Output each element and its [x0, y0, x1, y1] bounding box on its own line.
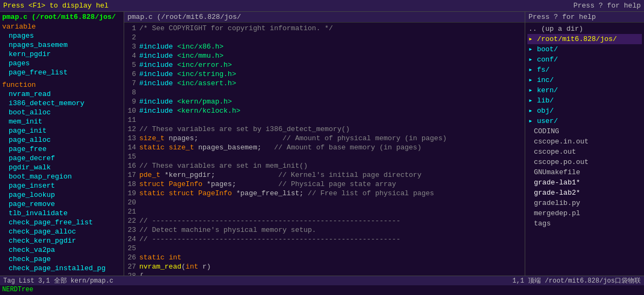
code-line: 21 [124, 207, 525, 216]
tag-check-page-installed[interactable]: check_page_installed_pg [0, 264, 124, 273]
code-line: 1 /* See COPYRIGHT for copyright informa… [124, 24, 525, 33]
file-item-obj[interactable]: obj/ [527, 106, 642, 116]
code-line: 6 #include <inc/string.h> [124, 70, 525, 79]
code-line: 16 // These variables are set in mem_ini… [124, 161, 525, 170]
tag-page-insert[interactable]: page_insert [0, 181, 124, 190]
file-item-gradelib[interactable]: gradelib.py [527, 198, 642, 208]
code-line: 20 [124, 198, 525, 207]
tag-nvram-read[interactable]: nvram_read [0, 90, 124, 99]
code-line: 13 size_t npages; // Amount of physical … [124, 134, 525, 143]
tag-pgdir-walk[interactable]: pgdir_walk [0, 163, 124, 172]
code-line: 14 static size_t npages_basemem; // Amou… [124, 143, 525, 152]
code-line: 19 static struct PageInfo *page_free_lis… [124, 189, 525, 198]
file-item-mergedep[interactable]: mergedep.pl [527, 208, 642, 218]
code-line: 26 static int [124, 253, 525, 262]
file-item-conf[interactable]: conf/ [527, 54, 642, 65]
code-line: 7 #include <inc/assert.h> [124, 79, 525, 88]
code-line: 12 // These variables are set by i386_de… [124, 125, 525, 134]
file-item-cscope-po[interactable]: cscope.po.out [527, 157, 642, 167]
code-line: 23 // Detect machine's physical memory s… [124, 225, 525, 235]
file-item-cscope-out[interactable]: cscope.out [527, 147, 642, 157]
tag-boot-alloc[interactable]: boot_alloc [0, 108, 124, 117]
tag-page-free[interactable]: page_free [0, 145, 124, 154]
tag-npages-basemem[interactable]: npages_basemem [0, 40, 124, 50]
tag-mem-init[interactable]: mem_init [0, 117, 124, 126]
code-line: 5 #include <inc/error.h> [124, 60, 525, 70]
status-bar: Tag List 3,1 全部 kern/pmap.c 1,1 顶端 /root… [0, 276, 644, 285]
tag-check-va2pa[interactable]: check_va2pa [0, 245, 124, 255]
right-panel: Press ? for help .. (up a dir) /root/mit… [525, 12, 644, 276]
file-item-fs[interactable]: fs/ [527, 65, 642, 75]
file-item-lib[interactable]: lib/ [527, 95, 642, 106]
code-line: 11 [124, 115, 525, 125]
tag-page-remove[interactable]: page_remove [0, 200, 124, 209]
file-item-grade-lab2[interactable]: grade-lab2* [527, 188, 642, 198]
tag-page-init[interactable]: page_init [0, 126, 124, 135]
variable-section: variable [0, 22, 124, 31]
file-breadcrumb: pmap.c (/root/mit6.828/jos/ [0, 12, 124, 22]
file-item-boot[interactable]: boot/ [527, 44, 642, 54]
tag-boot-map-region[interactable]: boot_map_region [0, 172, 124, 181]
right-panel-header: Press ? for help [525, 12, 644, 23]
code-line: 27 nvram_read(int r) [124, 262, 525, 271]
file-item-user[interactable]: user/ [527, 116, 642, 126]
left-panel: pmap.c (/root/mit6.828/jos/ variable npa… [0, 12, 124, 276]
tag-i386-detect-memory[interactable]: i386_detect_memory [0, 99, 124, 108]
code-editor: pmap.c (/root/mit6.828/jos/ 1 /* See COP… [124, 12, 525, 276]
tag-page-free-list[interactable]: page_free_list [0, 68, 124, 77]
tag-tlb-invalidate[interactable]: tlb_invalidate [0, 209, 124, 218]
code-line: 2 [124, 33, 525, 42]
bottom-label: NERDTree [0, 285, 644, 295]
status-left: Tag List 3,1 全部 kern/pmap.c [3, 276, 113, 285]
code-area[interactable]: 1 /* See COPYRIGHT for copyright informa… [124, 23, 525, 276]
tag-check-page-alloc[interactable]: check_page_alloc [0, 227, 124, 236]
code-line: 18 struct PageInfo *pages; // Physical p… [124, 180, 525, 189]
file-item-coding[interactable]: CODING [527, 126, 642, 136]
code-line: 10 #include <kern/kclock.h> [124, 106, 525, 115]
code-line: 3 #include <inc/x86.h> [124, 42, 525, 51]
file-item-gnumakefile[interactable]: GNUmakefile [527, 167, 642, 177]
status-right: 1,1 顶端 /root/mit6.828/jos口袋物联 [512, 276, 641, 285]
code-line: 15 [124, 152, 525, 161]
tag-check-page-free-list[interactable]: check_page_free_list [0, 218, 124, 227]
file-current-dir[interactable]: /root/mit6.828/jos/ [527, 34, 642, 44]
tag-kern-pgdir[interactable]: kern_pgdir [0, 50, 124, 59]
file-item-cscope-in[interactable]: cscope.in.out [527, 136, 642, 147]
tag-page-lookup[interactable]: page_lookup [0, 190, 124, 200]
file-list: .. (up a dir) /root/mit6.828/jos/ boot/ … [525, 23, 644, 276]
code-line: 8 [124, 88, 525, 97]
tag-npages[interactable]: npages [0, 31, 124, 40]
tag-page-decref[interactable]: page_decref [0, 154, 124, 163]
tag-check-kern-pgdir[interactable]: check_kern_pgdir [0, 236, 124, 245]
code-line: 9 #include <kern/pmap.h> [124, 97, 525, 106]
file-item-inc[interactable]: inc/ [527, 75, 642, 85]
code-tab: pmap.c (/root/mit6.828/jos/ [124, 12, 525, 23]
top-bar-left: Press <F1> to display hel [3, 2, 573, 10]
top-bar-right: Press ? for help [573, 2, 641, 10]
file-item-kern[interactable]: kern/ [527, 85, 642, 95]
code-line: 17 pde_t *kern_pgdir; // Kernel's initia… [124, 170, 525, 180]
code-line: 25 [124, 244, 525, 253]
file-item-tags[interactable]: tags [527, 218, 642, 229]
file-parent-dir[interactable]: .. (up a dir) [527, 24, 642, 34]
tag-page-alloc[interactable]: page_alloc [0, 135, 124, 145]
code-line: 4 #include <inc/mmu.h> [124, 51, 525, 60]
code-line: 28 { [124, 271, 525, 276]
tag-check-page[interactable]: check_page [0, 255, 124, 264]
code-line: 24 // ----------------------------------… [124, 235, 525, 244]
function-section: function [0, 80, 124, 90]
code-line: 22 // ----------------------------------… [124, 216, 525, 225]
file-item-grade-lab1[interactable]: grade-lab1* [527, 177, 642, 188]
tag-pages[interactable]: pages [0, 59, 124, 68]
